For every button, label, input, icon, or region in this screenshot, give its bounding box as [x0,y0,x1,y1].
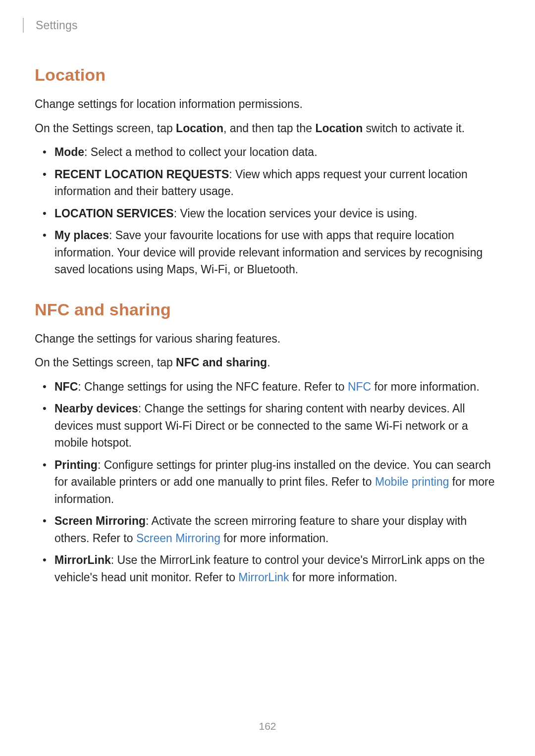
text: . [267,356,270,369]
item-text: : Change settings for using the NFC feat… [78,380,348,393]
section-heading-location: Location [35,65,500,85]
item-text: : View the location services your device… [174,207,418,220]
item-text: for more information. [220,532,329,545]
section-heading-nfc: NFC and sharing [35,300,500,319]
bold-text: Location [176,122,223,135]
location-intro-1: Change settings for location information… [35,96,500,113]
list-item: Mode: Select a method to collect your lo… [35,144,500,161]
link-mirrorlink[interactable]: MirrorLink [238,571,289,584]
item-label: My places [54,229,109,242]
item-label: LOCATION SERVICES [54,207,174,220]
location-list: Mode: Select a method to collect your lo… [35,144,500,278]
item-text: : Select a method to collect your locati… [84,146,318,158]
breadcrumb: Settings [36,19,78,32]
list-item: Screen Mirroring: Activate the screen mi… [35,512,500,547]
nfc-intro-1: Change the settings for various sharing … [35,330,500,348]
item-text: : Save your favourite locations for use … [54,229,482,276]
item-label: Screen Mirroring [54,514,146,527]
header-tick-icon [23,18,24,33]
list-item: LOCATION SERVICES: View the location ser… [35,205,500,222]
bold-text: Location [315,122,363,135]
bold-text: NFC and sharing [176,356,267,369]
page-number: 162 [0,720,535,732]
text: switch to activate it. [363,122,465,135]
item-label: NFC [54,380,78,393]
item-label: Mode [54,146,84,158]
item-label: MirrorLink [54,554,111,566]
item-label: RECENT LOCATION REQUESTS [54,168,229,181]
link-screen-mirroring[interactable]: Screen Mirroring [136,532,220,545]
link-nfc[interactable]: NFC [348,380,371,393]
page-header: Settings [23,18,500,33]
link-mobile-printing[interactable]: Mobile printing [375,475,449,488]
item-text: for more information. [289,571,398,584]
item-label: Printing [54,458,98,471]
item-label: Nearby devices [54,402,138,415]
list-item: My places: Save your favourite locations… [35,227,500,278]
location-intro-2: On the Settings screen, tap Location, an… [35,120,500,137]
text: On the Settings screen, tap [35,122,176,135]
text: , and then tap the [223,122,315,135]
list-item: Nearby devices: Change the settings for … [35,400,500,452]
page: Settings Location Change settings for lo… [0,0,535,586]
list-item: RECENT LOCATION REQUESTS: View which app… [35,166,500,200]
list-item: MirrorLink: Use the MirrorLink feature t… [35,552,500,586]
list-item: Printing: Configure settings for printer… [35,456,500,508]
text: On the Settings screen, tap [35,356,176,369]
nfc-intro-2: On the Settings screen, tap NFC and shar… [35,354,500,371]
list-item: NFC: Change settings for using the NFC f… [35,378,500,396]
item-text: for more information. [371,380,480,393]
nfc-list: NFC: Change settings for using the NFC f… [35,378,500,586]
